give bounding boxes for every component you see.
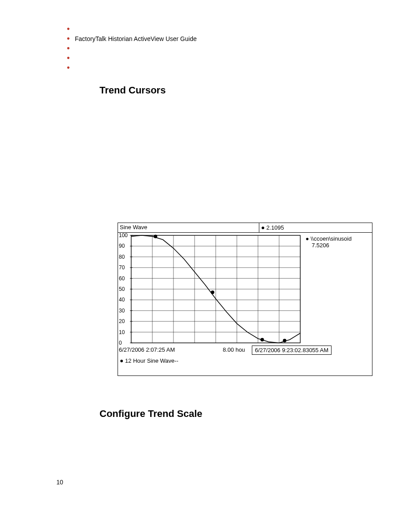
svg-text:50: 50 (119, 286, 125, 292)
chart-footer-desc: 12 Hour Sine Wave-- (125, 357, 178, 364)
chart-cursor-value-box: ● 2.1095 (259, 223, 372, 232)
bullet-decoration: ••••• (67, 24, 70, 72)
svg-text:80: 80 (119, 254, 125, 260)
chart-cursor-value: 2.1095 (266, 224, 284, 231)
chart-title-row: Sine Wave ● 2.1095 (118, 223, 372, 233)
svg-text:90: 90 (119, 243, 125, 249)
svg-text:40: 40 (119, 297, 125, 303)
chart-svg: 1009080706050403020100 (118, 233, 303, 346)
bullet-icon: ● (306, 235, 309, 242)
bullet-icon: ● (261, 224, 265, 231)
legend-value: 7.5206 (306, 242, 369, 249)
running-header: FactoryTalk Historian ActiveView User Gu… (75, 35, 197, 42)
chart-span-text: 8.00 hou (223, 346, 245, 353)
trend-chart-figure: Sine Wave ● 2.1095 100908070605040302010… (118, 223, 372, 376)
svg-point-44 (211, 290, 214, 294)
svg-text:20: 20 (119, 318, 125, 324)
svg-text:70: 70 (119, 264, 125, 271)
legend-tag: \\ccoen\sinusoid (310, 235, 351, 242)
chart-time-row: 6/27/2006 2:07:25 AM 8.00 hou 6/27/2006 … (118, 346, 303, 356)
svg-point-45 (261, 338, 264, 342)
svg-text:10: 10 (119, 329, 125, 335)
svg-text:100: 100 (119, 233, 128, 238)
chart-legend: ● \\ccoen\sinusoid 7.5206 (303, 233, 372, 356)
section-heading-configure-trend-scale: Configure Trend Scale (99, 408, 203, 420)
chart-plot-area[interactable]: 1009080706050403020100 (118, 233, 303, 346)
svg-text:60: 60 (119, 275, 125, 282)
chart-cursor-timestamp-box[interactable]: 6/27/2006 9:23:02.83055 AM (252, 346, 332, 355)
section-heading-trend-cursors: Trend Cursors (99, 85, 166, 96)
chart-footer: ● 12 Hour Sine Wave-- (118, 356, 372, 368)
document-page: ••••• FactoryTalk Historian ActiveView U… (0, 0, 420, 513)
bullet-icon: ● (120, 357, 123, 364)
svg-point-46 (283, 339, 286, 342)
svg-text:30: 30 (119, 308, 125, 314)
svg-point-43 (154, 234, 157, 238)
chart-start-time: 6/27/2006 2:07:25 AM (119, 346, 175, 353)
svg-text:0: 0 (119, 340, 122, 346)
page-number: 10 (56, 479, 63, 486)
chart-title: Sine Wave (118, 223, 259, 232)
